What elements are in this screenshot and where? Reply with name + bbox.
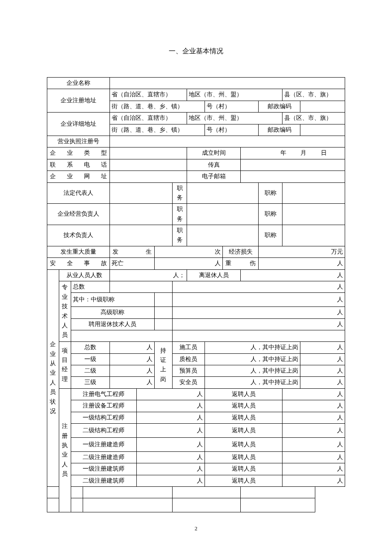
field-tech-title[interactable] [282, 225, 345, 246]
field-phone[interactable] [110, 159, 187, 171]
empty-row-1d[interactable] [241, 487, 315, 498]
pt-spacer [71, 330, 172, 342]
field-hr-blank[interactable] [154, 318, 172, 330]
field-safety[interactable]: 人，其中持证上岗 [205, 377, 300, 388]
field-mid[interactable]: 人 [172, 293, 345, 307]
field-death[interactable]: 人 [154, 258, 223, 269]
field-pt-total-blank[interactable] [110, 281, 172, 293]
field-company-name[interactable] [110, 78, 345, 89]
empty-row-1b[interactable] [83, 487, 172, 498]
field-license-no[interactable] [110, 136, 345, 147]
label-duty: 职务 [172, 182, 187, 204]
field-legal-title[interactable] [282, 182, 345, 204]
field-biz-duty[interactable] [187, 204, 259, 225]
label-province2: 省（自治区、直辖市） [110, 113, 187, 124]
empty-row-2b[interactable] [83, 498, 172, 512]
field-budget[interactable]: 人，其中持证上岗 [205, 365, 300, 376]
field-rehired2[interactable]: 人 [282, 400, 345, 412]
label-rehired8: 返聘人员 [205, 475, 282, 486]
field-builder1[interactable]: 人 [136, 437, 205, 451]
page-number: 2 [47, 525, 345, 532]
field-struct2[interactable]: 人 [136, 423, 205, 437]
field-fax[interactable] [241, 159, 345, 171]
label-fax: 传真 [187, 159, 241, 171]
field-architect2[interactable]: 人 [136, 475, 205, 486]
empty-row-2d[interactable] [241, 498, 315, 512]
field-safety-cert[interactable]: 人 [300, 377, 345, 388]
field-builder2[interactable]: 人 [136, 451, 205, 463]
field-occur-times[interactable]: 次 [154, 246, 223, 257]
field-retired[interactable]: 人 [241, 269, 345, 281]
field-postcode2[interactable] [300, 124, 345, 136]
empty-row-2c[interactable] [172, 498, 241, 512]
label-architect2: 二级注册建筑师 [71, 475, 136, 486]
field-hired-retired[interactable]: 人 [172, 318, 345, 330]
field-legal-duty[interactable] [187, 182, 259, 204]
field-website[interactable] [110, 171, 187, 182]
enterprise-info-table: 企业名称 企业注册地址 省（自治区、直辖市） 地区（市、州、盟） 县（区、市、旗… [47, 77, 345, 512]
label-safety-staff: 安全员 [172, 377, 205, 388]
field-pm-l3[interactable]: 人 [110, 377, 154, 388]
field-constr-cert[interactable]: 人 [300, 342, 345, 353]
label-injury: 重伤 [223, 258, 259, 269]
field-rehired7[interactable]: 人 [282, 463, 345, 475]
empty-row-2a[interactable] [47, 498, 83, 512]
label-retired: 离退休人员 [187, 269, 241, 281]
field-rehired1[interactable]: 人 [282, 388, 345, 400]
field-est-time[interactable]: 年 月 日 [241, 147, 345, 159]
label-pm-l1: 一级 [71, 353, 110, 365]
field-pt-total[interactable]: 人 [172, 281, 345, 293]
label-region: 地区（市、州、盟） [187, 89, 282, 101]
field-rehired8[interactable]: 人 [282, 475, 345, 486]
empty-row-1c[interactable] [172, 487, 241, 498]
field-pm-total[interactable]: 人 [110, 342, 154, 353]
label-county: 县（区、市、旗） [282, 89, 345, 101]
label-street2: 街（路、道、巷、乡、镇） [110, 124, 205, 136]
label-website: 企业网址 [47, 171, 110, 182]
label-rehired5: 返聘人员 [205, 437, 282, 451]
field-rehired5[interactable]: 人 [282, 437, 345, 451]
field-pm-l1[interactable]: 人 [110, 353, 154, 365]
field-reg-elec[interactable]: 人 [136, 388, 205, 400]
label-phone: 联系电话 [47, 159, 110, 171]
field-ent-type[interactable] [110, 147, 187, 159]
field-sen-blank[interactable] [154, 307, 172, 318]
label-company-name: 企业名称 [47, 78, 110, 89]
field-tech-mgr[interactable] [110, 225, 172, 246]
field-rehired3[interactable]: 人 [282, 412, 345, 423]
field-pm-l2[interactable]: 人 [110, 365, 154, 376]
label-quality: 发生重大质量 [47, 246, 110, 257]
field-quality[interactable]: 人，其中持证上岗 [205, 353, 300, 365]
label-struct2: 二级结构工程师 [71, 423, 136, 437]
label-struct1: 一级结构工程师 [71, 412, 136, 423]
field-biz-title[interactable] [282, 204, 345, 225]
field-budget-cert[interactable]: 人 [300, 365, 345, 376]
field-biz-mgr[interactable] [110, 204, 172, 225]
label-rehired1: 返聘人员 [205, 388, 282, 400]
label-occur: 发生 [110, 246, 154, 257]
field-injury[interactable]: 人 [259, 258, 345, 269]
field-constr[interactable]: 人，其中持证上岗 [205, 342, 300, 353]
label-legal-rep: 法定代表人 [47, 182, 110, 204]
field-quality-cert[interactable]: 人 [300, 353, 345, 365]
field-architect1[interactable]: 人 [136, 463, 205, 475]
label-mid-title: 其中：中级职称 [71, 293, 154, 307]
field-struct1[interactable]: 人 [136, 412, 205, 423]
label-rehired7: 返聘人员 [205, 463, 282, 475]
field-tech-duty[interactable] [187, 225, 259, 246]
field-rehired6[interactable]: 人 [282, 451, 345, 463]
field-legal-rep[interactable] [110, 182, 172, 204]
field-mid-blank[interactable] [154, 293, 172, 307]
field-email[interactable] [241, 171, 345, 182]
field-econ-loss[interactable]: 万元 [259, 246, 345, 257]
field-reg-equip[interactable]: 人 [136, 400, 205, 412]
field-postcode[interactable] [300, 101, 345, 112]
field-rehired4[interactable]: 人 [282, 423, 345, 437]
label-builder1: 一级注册建造师 [71, 437, 136, 451]
field-emp-count[interactable]: 人； [110, 269, 187, 281]
field-senior[interactable]: 人 [172, 307, 345, 318]
empty-row-1a[interactable] [47, 487, 83, 498]
label-rehired6: 返聘人员 [205, 451, 282, 463]
label-staff-status: 企业从业人员状况 [47, 269, 59, 486]
label-title2: 职称 [259, 204, 282, 225]
